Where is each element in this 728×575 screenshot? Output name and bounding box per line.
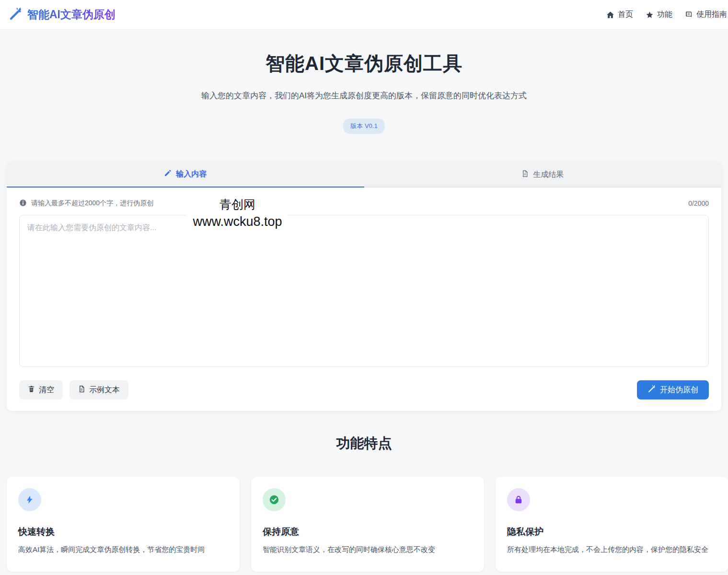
feature-description: 高效AI算法，瞬间完成文章伪原创转换，节省您的宝贵时间 [18, 544, 228, 555]
tab-bar: 输入内容 生成结果 [7, 162, 721, 188]
nav-links: 首页 功能 使用指南 [606, 10, 727, 20]
nav-item-home[interactable]: 首页 [606, 10, 633, 20]
navbar: 智能AI文章伪原创 首页 功能 [0, 0, 728, 30]
magic-wand-icon [647, 385, 656, 395]
watermark-overlay: 青创网 www.wcku8.top [187, 192, 288, 234]
document-icon [521, 170, 529, 179]
clear-button[interactable]: 清空 [19, 380, 63, 399]
watermark-site-name: 青创网 [187, 197, 288, 212]
tab-label: 生成结果 [533, 170, 564, 180]
feature-description: 所有处理均在本地完成，不会上传您的内容，保护您的隐私安全 [507, 544, 717, 555]
feature-title: 保持原意 [263, 526, 473, 538]
page-subtitle: 输入您的文章内容，我们的AI将为您生成原创度更高的版本，保留原意的同时优化表达方… [199, 89, 530, 103]
hero-section: 智能AI文章伪原创工具 输入您的文章内容，我们的AI将为您生成原创度更高的版本，… [0, 30, 728, 134]
feature-card-privacy: 隐私保护 所有处理均在本地完成，不会上传您的内容，保护您的隐私安全 [496, 477, 728, 572]
pencil-icon [164, 169, 172, 179]
feature-title: 快速转换 [18, 526, 228, 538]
feature-card-fast-convert: 快速转换 高效AI算法，瞬间完成文章伪原创转换，节省您的宝贵时间 [7, 477, 240, 572]
start-rewrite-button[interactable]: 开始伪原创 [637, 380, 709, 399]
tab-label: 输入内容 [176, 169, 207, 179]
star-icon [646, 11, 654, 19]
nav-item-label: 使用指南 [696, 10, 727, 20]
version-badge: 版本 V0.1 [343, 118, 384, 134]
check-circle-icon [263, 488, 286, 511]
nav-item-features[interactable]: 功能 [646, 10, 672, 20]
editor-card: 输入内容 生成结果 [7, 162, 721, 411]
feature-description: 智能识别文章语义，在改写的同时确保核心意思不改变 [263, 544, 473, 555]
sample-text-button-label: 示例文本 [89, 385, 120, 395]
feature-card-keep-meaning: 保持原意 智能识别文章语义，在改写的同时确保核心意思不改变 [251, 477, 484, 572]
start-rewrite-button-label: 开始伪原创 [660, 385, 698, 395]
brand-logo[interactable]: 智能AI文章伪原创 [9, 7, 116, 23]
nav-item-label: 功能 [657, 10, 672, 20]
file-text-icon [78, 385, 85, 395]
trash-icon [28, 385, 35, 395]
sample-text-button[interactable]: 示例文本 [69, 380, 128, 399]
char-counter: 0/2000 [688, 199, 709, 207]
features-section: 功能特点 快速转换 高效AI算法，瞬间完成文章伪原创转换，节省您的宝贵时间 保持… [0, 434, 728, 572]
lock-icon [507, 488, 530, 511]
article-input[interactable] [19, 215, 709, 367]
lightning-icon [18, 488, 41, 511]
home-icon [606, 11, 614, 19]
tab-generated-result[interactable]: 生成结果 [364, 162, 722, 188]
brand-title: 智能AI文章伪原创 [27, 7, 116, 22]
page-title: 智能AI文章伪原创工具 [0, 50, 728, 77]
input-hint: 请输入最多不超过2000个字，进行伪原创 [31, 199, 153, 208]
nav-item-label: 首页 [618, 10, 633, 20]
clear-button-label: 清空 [39, 385, 54, 395]
watermark-site-url: www.wcku8.top [187, 214, 288, 229]
nav-item-guide[interactable]: 使用指南 [685, 10, 727, 20]
book-icon [685, 11, 693, 19]
feature-title: 隐私保护 [507, 526, 717, 538]
features-heading: 功能特点 [0, 434, 728, 453]
magic-wand-icon [9, 7, 23, 23]
tab-input-content[interactable]: 输入内容 [7, 162, 364, 188]
info-icon [19, 199, 27, 208]
